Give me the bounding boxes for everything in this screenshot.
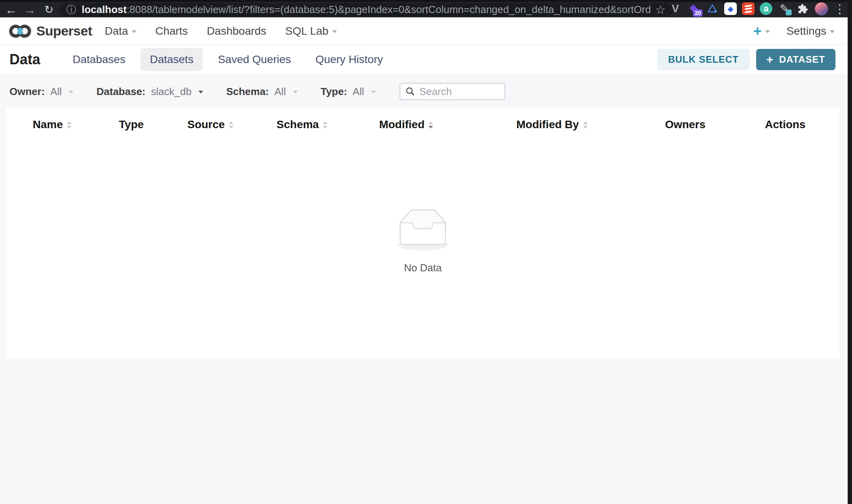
database-filter[interactable]: Database: slack_db bbox=[96, 86, 203, 98]
extensions-puzzle-icon[interactable] bbox=[796, 2, 809, 15]
window-right-edge bbox=[848, 0, 852, 504]
avatar bbox=[815, 2, 828, 15]
chevron-down-icon bbox=[371, 91, 376, 93]
sort-icon bbox=[229, 121, 234, 129]
column-header-modified-by[interactable]: Modified By bbox=[465, 118, 640, 131]
sort-icon bbox=[323, 121, 327, 129]
browser-reload-button[interactable]: ↻ bbox=[41, 2, 57, 17]
chevron-down-icon bbox=[132, 30, 136, 33]
chevron-down-icon bbox=[293, 91, 298, 93]
column-header-schema[interactable]: Schema bbox=[256, 118, 348, 131]
add-dataset-button[interactable]: + DATASET bbox=[756, 49, 835, 70]
empty-inbox-icon bbox=[391, 209, 454, 252]
nav-item-charts[interactable]: Charts bbox=[155, 25, 188, 37]
superset-logo[interactable]: Superset bbox=[8, 23, 92, 39]
axe-triangle-extension-icon[interactable] bbox=[706, 2, 719, 15]
browser-profile-avatar[interactable] bbox=[815, 2, 828, 15]
plus-icon: + bbox=[766, 55, 774, 64]
url-bar[interactable]: ⓘ localhost :8088/tablemodelview/list/?f… bbox=[59, 3, 673, 16]
navbar-right: + Settings bbox=[753, 25, 835, 37]
page-info-icon[interactable]: ⓘ bbox=[66, 3, 76, 16]
vue-devtools-extension-icon[interactable]: V bbox=[669, 2, 682, 15]
page-title: Data bbox=[9, 51, 40, 68]
bulk-select-button[interactable]: BULK SELECT bbox=[657, 49, 750, 70]
superset-infinity-icon bbox=[8, 24, 32, 38]
no-data-label: No Data bbox=[404, 262, 441, 274]
table-header-row: Name Type Source Schema Modified Modifie… bbox=[6, 107, 839, 131]
tab-datasets[interactable]: Datasets bbox=[140, 48, 203, 71]
tab-query-history[interactable]: Query History bbox=[306, 48, 392, 71]
chevron-down-icon bbox=[198, 91, 203, 93]
superset-navbar: Superset Data Charts Dashboards SQL Lab … bbox=[0, 17, 852, 45]
search-box bbox=[400, 83, 505, 100]
search-input[interactable] bbox=[419, 86, 500, 98]
plus-icon: + bbox=[753, 25, 762, 37]
column-header-modified[interactable]: Modified bbox=[348, 118, 465, 131]
nav-item-data[interactable]: Data bbox=[105, 25, 136, 37]
schema-filter[interactable]: Schema: All bbox=[226, 86, 297, 98]
column-header-name[interactable]: Name bbox=[6, 118, 98, 131]
tab-saved-queries[interactable]: Saved Queries bbox=[208, 48, 300, 71]
column-header-type: Type bbox=[98, 118, 164, 131]
column-header-owners: Owners bbox=[639, 118, 731, 131]
chevron-down-icon bbox=[332, 30, 337, 33]
browser-forward-button[interactable]: → bbox=[22, 2, 38, 17]
pen-tool-extension-icon[interactable]: ✎ bbox=[777, 2, 791, 15]
owner-filter[interactable]: Owner: All bbox=[9, 86, 73, 98]
type-filter[interactable]: Type: All bbox=[321, 86, 376, 98]
empty-state: No Data bbox=[6, 209, 839, 274]
bookmark-star-icon[interactable]: ☆ bbox=[655, 3, 666, 16]
nav-item-dashboards[interactable]: Dashboards bbox=[207, 25, 266, 37]
puzzle-glyph bbox=[798, 4, 808, 14]
kebab-menu-icon: ⋮ bbox=[834, 2, 846, 16]
column-header-actions: Actions bbox=[731, 118, 839, 131]
sort-icon bbox=[67, 121, 71, 129]
settings-menu[interactable]: Settings bbox=[787, 25, 835, 37]
a-extension-icon[interactable]: a bbox=[760, 2, 772, 15]
url-path: :8088/tablemodelview/list/?filters=(data… bbox=[127, 4, 651, 16]
filters-row: Owner: All Database: slack_db Schema: Al… bbox=[0, 74, 852, 100]
cap-extension-icon[interactable]: 20 bbox=[687, 2, 701, 15]
browser-back-button[interactable]: ← bbox=[3, 2, 19, 17]
sort-icon bbox=[583, 121, 588, 129]
triangle-glyph bbox=[707, 3, 718, 14]
chevron-down-icon bbox=[765, 30, 770, 33]
data-tabs: Databases Datasets Saved Queries Query H… bbox=[63, 48, 392, 71]
tab-databases[interactable]: Databases bbox=[63, 48, 135, 71]
search-icon bbox=[405, 86, 415, 97]
browser-toolbar: ← → ↻ ⓘ localhost :8088/tablemodelview/l… bbox=[0, 0, 852, 17]
nav-item-sql-lab[interactable]: SQL Lab bbox=[285, 25, 336, 37]
pen-extension-accent bbox=[786, 9, 792, 15]
todoist-extension-icon[interactable] bbox=[742, 2, 755, 15]
browser-menu-button[interactable]: ⋮ bbox=[833, 2, 846, 15]
sort-desc-icon bbox=[428, 121, 433, 129]
brand-name: Superset bbox=[36, 23, 92, 39]
chevron-down-icon bbox=[69, 91, 73, 93]
new-item-button[interactable]: + bbox=[753, 25, 770, 37]
extension-badge: 20 bbox=[693, 9, 703, 17]
main-nav: Data Charts Dashboards SQL Lab bbox=[105, 25, 337, 37]
datasets-table-card: Name Type Source Schema Modified Modifie… bbox=[6, 107, 839, 358]
url-host: localhost bbox=[82, 4, 127, 16]
data-subheader: Data Databases Datasets Saved Queries Qu… bbox=[0, 45, 852, 74]
column-header-source[interactable]: Source bbox=[164, 118, 256, 131]
content-area: Owner: All Database: slack_db Schema: Al… bbox=[0, 74, 852, 504]
extensions-row: V 20 ◆ a ✎ bbox=[669, 0, 846, 17]
chevron-down-icon bbox=[830, 30, 835, 33]
diamond-extension-icon[interactable]: ◆ bbox=[724, 2, 737, 15]
